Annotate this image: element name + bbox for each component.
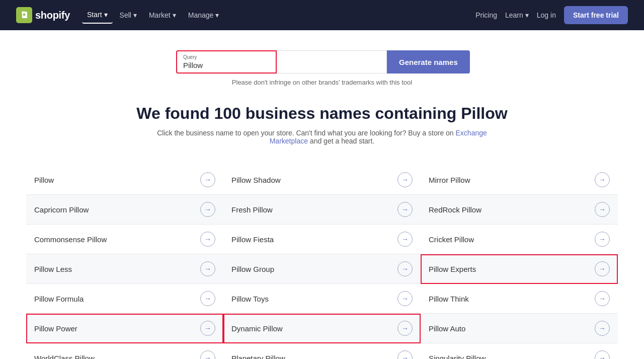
name-item[interactable]: Pillow Think→	[421, 284, 618, 314]
name-text: Cricket Pillow	[429, 235, 474, 244]
arrow-button[interactable]: →	[595, 202, 610, 217]
arrow-button[interactable]: →	[200, 232, 215, 247]
nav-market[interactable]: Market ▾	[144, 7, 181, 23]
name-item[interactable]: Pillow Shadow→	[223, 165, 421, 195]
shopify-logo-text: shopify	[35, 10, 70, 21]
query-label: Query	[183, 54, 270, 60]
nav-sell[interactable]: Sell ▾	[115, 7, 142, 23]
name-text: Pillow Toys	[231, 295, 269, 303]
chevron-down-icon: ▾	[525, 11, 529, 19]
name-text: Pillow Experts	[429, 265, 476, 273]
name-item[interactable]: WorldClass Pillow→	[26, 343, 223, 359]
arrow-button[interactable]: →	[397, 202, 413, 217]
arrow-button[interactable]: →	[397, 261, 413, 276]
arrow-button[interactable]: →	[397, 172, 413, 187]
name-text: Pillow Less	[34, 265, 72, 273]
name-text: Capricorn Pillow	[34, 205, 89, 214]
name-item[interactable]: Commonsense Pillow→	[26, 225, 223, 254]
main-content: Query Pillow Generate names Please don't…	[10, 30, 634, 359]
name-text: Singularity Pillow	[429, 354, 486, 360]
name-item[interactable]: Pillow Fiesta→	[223, 225, 421, 254]
query-value: Pillow	[183, 61, 270, 69]
chevron-down-icon: ▾	[133, 11, 137, 19]
name-text: Pillow	[34, 176, 54, 184]
navbar: shopify Start ▾ Sell ▾ Market ▾ Manage ▾…	[0, 0, 644, 30]
arrow-button[interactable]: →	[397, 291, 413, 306]
name-item[interactable]: Pillow Experts→	[421, 254, 618, 284]
name-item[interactable]: Pillow Less→	[26, 254, 223, 284]
names-grid: Pillow→Pillow Shadow→Mirror Pillow→Capri…	[26, 165, 618, 359]
results-heading: We found 100 business names containing P…	[26, 104, 618, 123]
name-text: Pillow Fiesta	[231, 235, 274, 244]
name-text: Mirror Pillow	[429, 176, 470, 184]
name-text: Pillow Auto	[429, 324, 465, 333]
arrow-button[interactable]: →	[200, 321, 215, 336]
name-text: Pillow Shadow	[231, 176, 281, 184]
start-free-trial-button[interactable]: Start free trial	[564, 6, 628, 24]
name-item[interactable]: Capricorn Pillow→	[26, 195, 223, 225]
arrow-button[interactable]: →	[595, 291, 610, 306]
name-text: Dynamic Pillow	[231, 324, 283, 333]
name-item[interactable]: Pillow Formula→	[26, 284, 223, 314]
arrow-button[interactable]: →	[595, 261, 610, 276]
arrow-button[interactable]: →	[397, 321, 413, 336]
arrow-button[interactable]: →	[595, 321, 610, 336]
name-item[interactable]: Dynamic Pillow→	[223, 314, 421, 343]
arrow-button[interactable]: →	[595, 350, 610, 359]
name-item[interactable]: Pillow Group→	[223, 254, 421, 284]
arrow-button[interactable]: →	[200, 291, 215, 306]
nav-start[interactable]: Start ▾	[82, 7, 113, 24]
nav-links: Start ▾ Sell ▾ Market ▾ Manage ▾	[82, 7, 471, 24]
generate-names-button[interactable]: Generate names	[387, 50, 470, 74]
chevron-down-icon: ▾	[173, 11, 176, 19]
shopify-bag-icon	[16, 7, 32, 23]
name-item[interactable]: Fresh Pillow→	[223, 195, 421, 225]
arrow-button[interactable]: →	[397, 350, 413, 359]
results-title: We found 100 business names containing P…	[26, 104, 618, 123]
shopify-logo[interactable]: shopify	[16, 7, 70, 23]
arrow-button[interactable]: →	[200, 202, 215, 217]
nav-login[interactable]: Log in	[537, 11, 556, 19]
search-note: Please don't infringe on other brands' t…	[232, 79, 412, 86]
search-input[interactable]	[277, 50, 387, 74]
chevron-down-icon: ▾	[104, 11, 108, 19]
name-text: RedRock Pillow	[429, 205, 481, 214]
chevron-down-icon: ▾	[215, 11, 219, 19]
name-text: Pillow Think	[429, 295, 469, 303]
name-text: Fresh Pillow	[231, 205, 273, 214]
nav-manage[interactable]: Manage ▾	[183, 7, 224, 23]
name-item[interactable]: Mirror Pillow→	[421, 165, 618, 195]
nav-learn[interactable]: Learn ▾	[505, 11, 529, 19]
name-item[interactable]: RedRock Pillow→	[421, 195, 618, 225]
name-item[interactable]: Pillow Power→	[26, 314, 223, 343]
search-section: Query Pillow Generate names Please don't…	[26, 50, 618, 86]
arrow-button[interactable]: →	[595, 232, 610, 247]
search-row: Query Pillow Generate names	[176, 50, 468, 74]
name-item[interactable]: Cricket Pillow→	[421, 225, 618, 254]
name-item[interactable]: Planetary Pillow→	[223, 343, 421, 359]
arrow-button[interactable]: →	[595, 172, 610, 187]
nav-right: Pricing Learn ▾ Log in Start free trial	[475, 6, 628, 24]
nav-pricing[interactable]: Pricing	[475, 11, 497, 19]
results-subtext: Click the business name to open your sto…	[146, 129, 498, 145]
results-subtext-before: Click the business name to open your sto…	[157, 129, 453, 137]
arrow-button[interactable]: →	[200, 172, 215, 187]
query-input-wrapper: Query Pillow	[176, 50, 277, 74]
arrow-button[interactable]: →	[397, 232, 413, 247]
name-text: Planetary Pillow	[231, 354, 285, 360]
name-text: Commonsense Pillow	[34, 235, 107, 244]
results-subtext-after: and get a head start.	[310, 137, 374, 145]
name-item[interactable]: Pillow Auto→	[421, 314, 618, 343]
name-item[interactable]: Pillow Toys→	[223, 284, 421, 314]
name-text: Pillow Formula	[34, 295, 84, 303]
name-text: WorldClass Pillow	[34, 354, 95, 360]
name-item[interactable]: Singularity Pillow→	[421, 343, 618, 359]
name-text: Pillow Power	[34, 324, 77, 333]
arrow-button[interactable]: →	[200, 350, 215, 359]
name-text: Pillow Group	[231, 265, 274, 273]
arrow-button[interactable]: →	[200, 261, 215, 276]
name-item[interactable]: Pillow→	[26, 165, 223, 195]
